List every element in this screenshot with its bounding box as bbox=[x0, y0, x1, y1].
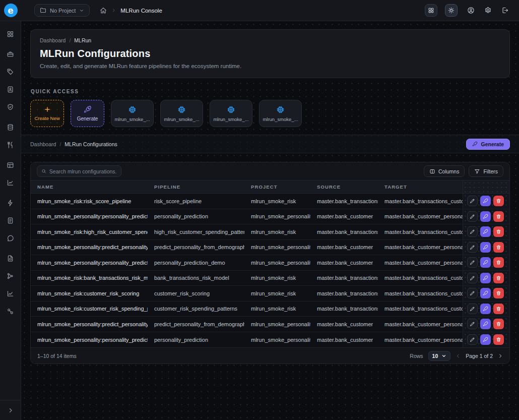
sidebar-item-scripts[interactable] bbox=[7, 255, 14, 262]
next-page-button[interactable] bbox=[498, 353, 503, 358]
column-header-project[interactable]: PROJECT bbox=[244, 181, 310, 193]
cell-source: master.bank_customer bbox=[310, 332, 378, 348]
edit-button[interactable] bbox=[467, 288, 478, 298]
columns-button-label: Columns bbox=[438, 168, 459, 174]
chevron-right-icon bbox=[498, 353, 503, 358]
rows-per-page-select[interactable]: 10 bbox=[428, 351, 451, 361]
logout-button[interactable] bbox=[501, 7, 509, 14]
page-indicator: Page 1 of 2 bbox=[466, 353, 493, 359]
delete-button[interactable] bbox=[493, 242, 504, 253]
delete-button[interactable] bbox=[493, 319, 504, 329]
sidebar-item-workflows[interactable] bbox=[7, 272, 14, 280]
row-generate-button[interactable] bbox=[480, 196, 491, 206]
sidebar-item-tools[interactable] bbox=[7, 141, 14, 149]
rocket-icon bbox=[483, 260, 488, 265]
sidebar-item-analytics[interactable] bbox=[7, 179, 14, 187]
delete-button[interactable] bbox=[493, 211, 504, 222]
edit-button[interactable] bbox=[467, 319, 478, 329]
previous-page-button[interactable] bbox=[456, 353, 461, 358]
app-logo[interactable]: e bbox=[0, 4, 21, 17]
sidebar-item-security[interactable] bbox=[7, 103, 14, 111]
subheader-breadcrumb-dashboard[interactable]: Dashboard bbox=[30, 141, 56, 147]
generate-button-label: Generate bbox=[481, 141, 504, 147]
table-row[interactable]: mlrun_smoke_risk:bank_transactions_risk_… bbox=[31, 271, 509, 286]
sidebar-item-metrics[interactable] bbox=[7, 290, 14, 297]
quick-access-config-card[interactable]: mlrun_smoke_... bbox=[160, 100, 203, 127]
quick-access-config-card[interactable]: mlrun_smoke_... bbox=[111, 100, 154, 127]
trash-icon bbox=[496, 290, 501, 296]
search-input[interactable] bbox=[49, 168, 117, 174]
filters-button[interactable]: Filters bbox=[469, 165, 503, 177]
sidebar-item-tags[interactable] bbox=[7, 68, 14, 76]
table-row[interactable]: mlrun_smoke_personality:personality_pred… bbox=[31, 332, 509, 348]
edit-button[interactable] bbox=[467, 226, 478, 237]
sidebar-item-projects[interactable] bbox=[7, 50, 14, 58]
row-generate-button[interactable] bbox=[480, 273, 491, 283]
project-selector[interactable]: No Project bbox=[34, 4, 90, 17]
delete-button[interactable] bbox=[493, 334, 504, 345]
row-generate-button[interactable] bbox=[480, 288, 491, 298]
table-row[interactable]: mlrun_smoke_personality:personality_pred… bbox=[31, 255, 509, 271]
edit-button[interactable] bbox=[467, 334, 478, 345]
create-new-card[interactable]: Create New bbox=[30, 100, 64, 127]
cell-source: master.bank_transactions bbox=[310, 194, 378, 209]
table-row[interactable]: mlrun_smoke_risk:customer_risk_scoring c… bbox=[31, 286, 509, 302]
edit-button[interactable] bbox=[467, 304, 478, 314]
delete-button[interactable] bbox=[493, 304, 504, 314]
dashboard-icon bbox=[7, 30, 14, 38]
table-row[interactable]: mlrun_smoke_risk:risk_score_pipeline ris… bbox=[31, 194, 509, 209]
sidebar-item-connections[interactable] bbox=[7, 308, 14, 315]
table-row[interactable]: mlrun_smoke_personality:predict_personal… bbox=[31, 240, 509, 256]
edit-button[interactable] bbox=[467, 211, 478, 222]
cell-source: master.bank_transactions bbox=[310, 224, 378, 239]
sidebar-item-tables[interactable] bbox=[7, 161, 14, 169]
settings-button[interactable] bbox=[484, 7, 492, 14]
row-generate-button[interactable] bbox=[480, 334, 491, 345]
topbar-actions bbox=[425, 4, 519, 17]
sidebar-item-chat[interactable] bbox=[7, 234, 14, 242]
generate-button[interactable]: Generate bbox=[466, 139, 510, 150]
sidebar-item-datasets[interactable] bbox=[7, 124, 14, 131]
column-header-target[interactable]: TARGET bbox=[378, 181, 463, 193]
row-generate-button[interactable] bbox=[480, 304, 491, 314]
sidebar-item-logs[interactable] bbox=[7, 217, 14, 224]
table-row[interactable]: mlrun_smoke_personality:personality_pred… bbox=[31, 209, 509, 225]
delete-button[interactable] bbox=[493, 288, 504, 298]
table-row[interactable]: mlrun_smoke_risk:customer_risk_spending_… bbox=[31, 302, 509, 317]
column-header-source[interactable]: SOURCE bbox=[310, 181, 378, 193]
quick-access-config-card[interactable]: mlrun_smoke_... bbox=[210, 100, 252, 127]
column-header-pipeline[interactable]: PIPELINE bbox=[148, 181, 244, 193]
row-generate-button[interactable] bbox=[480, 319, 491, 329]
delete-button[interactable] bbox=[493, 257, 504, 268]
columns-button[interactable]: Columns bbox=[424, 165, 465, 177]
breadcrumb-dashboard[interactable]: Dashboard bbox=[40, 37, 66, 43]
generate-card[interactable]: Generate bbox=[71, 100, 104, 127]
edit-button[interactable] bbox=[467, 257, 478, 268]
apps-grid-button[interactable] bbox=[425, 4, 437, 17]
account-button[interactable] bbox=[467, 7, 475, 14]
sidebar-item-jobs[interactable] bbox=[7, 199, 14, 207]
quick-access-config-card[interactable]: mlrun_smoke_... bbox=[259, 100, 302, 127]
sidebar-item-contacts[interactable] bbox=[7, 86, 14, 93]
row-generate-button[interactable] bbox=[480, 257, 491, 268]
home-icon[interactable] bbox=[100, 7, 107, 14]
row-generate-button[interactable] bbox=[480, 226, 491, 237]
column-header-name[interactable]: NAME bbox=[31, 181, 148, 193]
search-box[interactable] bbox=[37, 165, 121, 177]
sidebar-item-dashboard[interactable] bbox=[7, 30, 14, 38]
edit-button[interactable] bbox=[467, 242, 478, 253]
delete-button[interactable] bbox=[493, 226, 504, 237]
row-generate-button[interactable] bbox=[480, 211, 491, 222]
rows-label: Rows bbox=[410, 353, 423, 359]
delete-button[interactable] bbox=[493, 273, 504, 283]
chart-trend-icon bbox=[7, 290, 14, 297]
delete-button[interactable] bbox=[493, 196, 504, 206]
theme-toggle-button[interactable] bbox=[445, 4, 458, 17]
sidebar-expand-button[interactable] bbox=[0, 400, 21, 420]
row-generate-button[interactable] bbox=[480, 242, 491, 253]
table-row[interactable]: mlrun_smoke_risk:high_risk_customer_spen… bbox=[31, 224, 509, 240]
edit-button[interactable] bbox=[467, 196, 478, 206]
table-row[interactable]: mlrun_smoke_personality:predict_personal… bbox=[31, 317, 509, 332]
cell-project: mlrun_smoke_personality bbox=[244, 332, 310, 348]
edit-button[interactable] bbox=[467, 273, 478, 283]
